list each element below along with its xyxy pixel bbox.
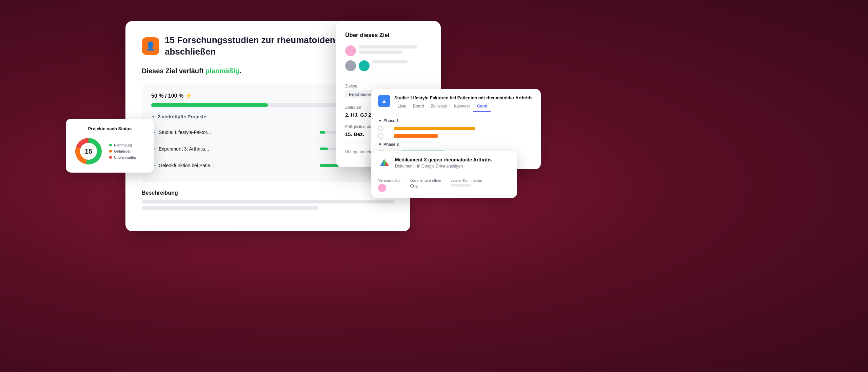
- avatar-row: [345, 60, 431, 71]
- mini-progress-fill: [320, 164, 339, 167]
- tab-gantt[interactable]: Gantt: [473, 101, 491, 112]
- description-placeholder-line: [142, 206, 318, 210]
- progress-bar-fill: [151, 103, 268, 107]
- docs-card: Medikament X gegen rheumatoide Arthritis…: [371, 151, 517, 198]
- docs-card-subtitle[interactable]: Dokument · In Google Drive anzeigen: [395, 164, 510, 169]
- donut-center-value: 15: [73, 136, 104, 167]
- avatar: [345, 45, 356, 56]
- donut-legend: Planmäßig Gefährdet Unplanmäßig: [109, 143, 136, 159]
- name-placeholder: [372, 60, 408, 63]
- legend-dot: [109, 150, 112, 153]
- name-placeholder: [359, 45, 417, 48]
- legend-dot: [109, 144, 112, 146]
- tab-kalender[interactable]: Kalender: [450, 101, 473, 112]
- donut-card-title: Projekte nach Status: [73, 126, 146, 131]
- gantt-row: [378, 126, 534, 131]
- donut-card: Projekte nach Status 15 Planmäßig: [66, 119, 154, 173]
- gantt-app-icon: ▲: [378, 95, 390, 107]
- mini-progress-fill: [320, 148, 328, 150]
- phase-2-label: ▼ Phase 2: [378, 142, 534, 147]
- docs-meta-letzter-kommentar: Letzter Kommentar: [451, 178, 482, 192]
- gantt-tabs: Liste Board Zeitleiste Kalender Gantt: [394, 101, 533, 112]
- docs-meta-kommentare: Kommentare öffnen 🗨 3: [410, 178, 442, 192]
- gantt-bar: [394, 127, 475, 130]
- tab-board[interactable]: Board: [410, 101, 427, 112]
- phase-1-label: ▼ Phase 1: [378, 118, 534, 123]
- name-placeholder: [359, 51, 402, 54]
- task-check[interactable]: [378, 126, 383, 131]
- gantt-title: Studie: Lifestyle-Faktoren bei Patienten…: [394, 95, 533, 101]
- tab-list[interactable]: Liste: [394, 101, 410, 112]
- gantt-bar-bg: [386, 134, 534, 138]
- docs-card-title: Medikament X gegen rheumatoide Arthritis: [395, 157, 510, 162]
- docs-card-inner: Medikament X gegen rheumatoide Arthritis…: [378, 157, 510, 169]
- side-panel-title: Über dieses Ziel: [345, 32, 431, 39]
- avatar: [359, 60, 370, 71]
- chevron-icon: ▼: [151, 114, 155, 119]
- gantt-header: ▲ Studie: Lifestyle-Faktoren bei Patient…: [371, 89, 541, 112]
- gantt-bar: [394, 134, 438, 138]
- tab-zeitleiste[interactable]: Zeitleiste: [427, 101, 450, 112]
- task-check[interactable]: [378, 133, 383, 139]
- docs-info: Medikament X gegen rheumatoide Arthritis…: [395, 157, 510, 169]
- legend-item-planmaessig: Planmäßig: [109, 143, 136, 147]
- description-section: Beschreibung: [142, 190, 394, 210]
- gantt-row: [378, 133, 534, 139]
- mini-progress-fill: [320, 131, 325, 134]
- donut-content: 15 Planmäßig Gefährdet Unplanmäßig: [73, 136, 146, 167]
- legend-item-gefaehrdet: Gefährdet: [109, 149, 136, 153]
- legend-dot: [109, 156, 112, 159]
- legend-item-unplanmaessig: Unplanmäßig: [109, 155, 136, 159]
- docs-footer: Verantwortlich Kommentare öffnen 🗨 3 Let…: [378, 174, 510, 192]
- avatar-row: [345, 45, 431, 56]
- main-icon: 👤: [142, 37, 159, 55]
- description-placeholder-line: [142, 200, 394, 203]
- avatar: [345, 60, 356, 71]
- donut-chart: 15: [73, 136, 104, 167]
- last-comment-placeholder: [451, 184, 471, 187]
- divider: [345, 77, 431, 77]
- google-drive-icon: [378, 157, 390, 169]
- docs-meta-verantwortlich: Verantwortlich: [378, 178, 401, 192]
- gantt-bar-bg: [386, 127, 534, 130]
- avatar: [378, 184, 386, 192]
